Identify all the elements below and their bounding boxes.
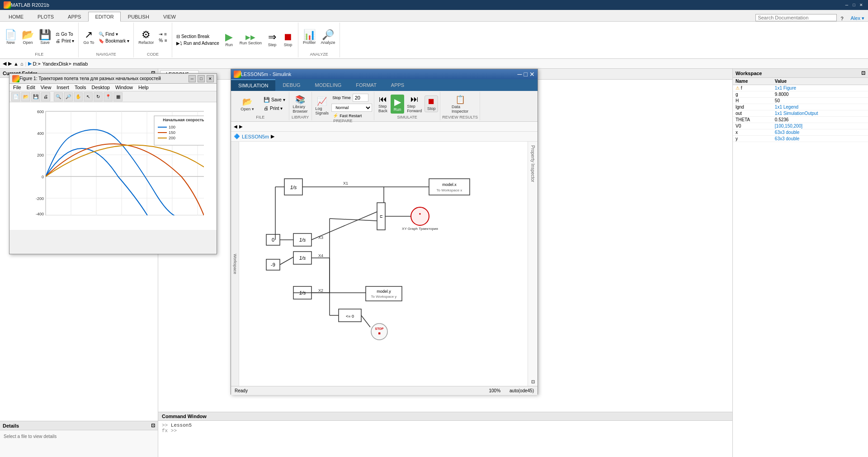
goto-button[interactable]: ↗ Go To — [81, 29, 96, 46]
fig-tool-save[interactable]: 💾 — [31, 92, 40, 101]
sim-data-inspector-button[interactable]: 📋 DataInspector — [450, 94, 470, 114]
fast-restart-button[interactable]: ⚡ Fast Restart — [331, 113, 363, 119]
details-expand[interactable]: ⊡ — [151, 423, 155, 428]
nav-up-icon[interactable]: ▲ — [14, 61, 19, 67]
run-advance-button[interactable]: ▶⤵ Run and Advance — [175, 40, 221, 46]
compare-button[interactable]: ⚖ Go To — [54, 31, 75, 37]
new-icon: 📄 — [5, 30, 17, 40]
ribbon-group-run: ⊟ Section Break ▶⤵ Run and Advance ▶ Run… — [172, 23, 298, 57]
close-button[interactable]: ✕ — [858, 2, 864, 8]
stop-time-input[interactable] — [353, 94, 368, 102]
minimize-button[interactable]: ─ — [844, 2, 850, 8]
fig-tool-open[interactable]: 📂 — [21, 92, 30, 101]
sim-tab-format[interactable]: FORMAT — [349, 79, 384, 91]
prop-inspector-expand[interactable]: ⊡ — [531, 379, 535, 384]
workspace-val-f[interactable]: 1x1 Figure — [772, 85, 868, 91]
nav-path-matlab[interactable]: matlab — [73, 61, 88, 67]
refactor-button[interactable]: ⚙ Refactor — [137, 29, 156, 46]
nav-home-icon[interactable]: ⌂ — [20, 61, 24, 67]
mode-dropdown[interactable]: Normal — [331, 104, 372, 112]
fig-tool-rotate[interactable]: ↻ — [94, 92, 103, 101]
bookmark-button[interactable]: 🔖 Bookmark ▾ — [97, 38, 131, 44]
sim-nav-back[interactable]: ◀ — [234, 124, 237, 129]
user-menu[interactable]: Alex ▾ — [847, 15, 868, 21]
sim-save-button[interactable]: 💾 Save ▾ — [262, 96, 287, 104]
save-button[interactable]: 💾 Save — [37, 29, 53, 46]
nav-path-root[interactable]: ▶ — [28, 61, 32, 67]
fig-tool-select[interactable]: ↖ — [84, 92, 93, 101]
sim-stop-sim-button[interactable]: ⏹ Stop — [425, 95, 438, 112]
figure-close-btn[interactable]: ✕ — [207, 75, 214, 82]
sim-print-button[interactable]: 🖨 Print ▾ — [262, 105, 287, 112]
workspace-val-y[interactable]: 63x3 double — [772, 136, 868, 142]
analyze-button[interactable]: 🔎 Analyze — [319, 29, 337, 46]
workspace-val-lgnd[interactable]: 1x1 Legend — [772, 104, 868, 110]
figure-menu-insert[interactable]: Insert — [57, 85, 69, 90]
sim-log-signals-button[interactable]: 📈 LogSignals — [314, 95, 331, 116]
sim-library-browser-button[interactable]: 📚 LibraryBrowser — [291, 94, 310, 114]
figure-menu-help[interactable]: Help — [138, 85, 149, 90]
tab-home[interactable]: HOME — [2, 12, 30, 21]
sim-minimize-btn[interactable]: ─ — [518, 71, 522, 78]
tab-apps[interactable]: APPS — [61, 12, 88, 21]
sim-tab-simulation[interactable]: SIMULATION — [231, 79, 275, 91]
sim-breadcrumb-model[interactable]: LESSON5m — [242, 134, 269, 139]
block-workspace-y[interactable] — [366, 286, 402, 301]
help-button[interactable]: ? — [837, 16, 847, 21]
workspace-val-out[interactable]: 1x1 SimulationOutput — [772, 110, 868, 117]
run-section-button[interactable]: ▶▶ Run Section — [238, 33, 264, 46]
sim-tab-modeling[interactable]: MODELING — [308, 79, 349, 91]
section-break-button[interactable]: ⊟ Section Break — [175, 33, 221, 39]
sim-step-back-button[interactable]: ⏮ StepBack — [376, 94, 390, 114]
fig-tool-print[interactable]: 🖨 — [41, 92, 50, 101]
block-workspace-x[interactable] — [429, 179, 470, 195]
sim-step-forward-button[interactable]: ⏭ StepForward — [405, 94, 424, 114]
tab-editor[interactable]: EDITOR — [88, 12, 120, 22]
figure-minimize-btn[interactable]: ─ — [189, 75, 196, 82]
fig-tool-zoom-out[interactable]: 🔎 — [64, 92, 73, 101]
fig-tool-cursor[interactable]: 📍 — [104, 92, 113, 101]
sim-close-btn[interactable]: ✕ — [529, 71, 535, 78]
open-button[interactable]: 📂 Open — [20, 29, 36, 46]
step-button[interactable]: ⇒ Step — [265, 31, 279, 48]
search-input[interactable] — [755, 14, 837, 21]
fig-tool-zoom-in[interactable]: 🔍 — [54, 92, 63, 101]
tab-view[interactable]: VIEW — [156, 12, 183, 21]
fig-tool-colorbar[interactable]: ▦ — [113, 92, 123, 101]
nav-path-d[interactable]: D: — [33, 61, 38, 67]
figure-maximize-btn[interactable]: □ — [198, 75, 205, 82]
workspace-val-v0[interactable]: [100,150,200] — [772, 123, 868, 129]
nav-path-yandex[interactable]: YandexDisk — [42, 61, 68, 67]
maximize-button[interactable]: □ — [851, 2, 857, 8]
block-xygraph[interactable] — [411, 207, 429, 225]
sim-nav-forward[interactable]: ▶ — [239, 124, 243, 129]
tab-plots[interactable]: PLOTS — [31, 12, 61, 21]
nav-forward-icon[interactable]: ▶ — [8, 61, 12, 67]
figure-menu-window[interactable]: Window — [115, 85, 133, 90]
workspace-val-x[interactable]: 63x3 double — [772, 129, 868, 136]
fig-tool-new[interactable]: 📄 — [11, 92, 20, 101]
figure-menu-view[interactable]: View — [41, 85, 52, 90]
comment-button[interactable]: %≡ — [159, 38, 167, 43]
print-button[interactable]: 🖨 Print ▾ — [54, 38, 75, 44]
model-browser-panel[interactable]: Workspace — [231, 142, 239, 386]
nav-back-icon[interactable]: ◀ — [3, 61, 6, 67]
run-button[interactable]: ▶ Run — [222, 31, 236, 48]
figure-menu-desktop[interactable]: Desktop — [92, 85, 110, 90]
fig-tool-pan[interactable]: ✋ — [74, 92, 83, 101]
figure-menu-tools[interactable]: Tools — [75, 85, 86, 90]
sim-tab-debug[interactable]: DEBUG — [275, 79, 307, 91]
new-button[interactable]: 📄 New — [3, 29, 19, 46]
sim-open-button[interactable]: 📂 Open ▾ — [234, 96, 261, 112]
sim-tab-apps[interactable]: APPS — [384, 79, 411, 91]
find-button[interactable]: 🔍 Find ▾ — [97, 31, 131, 37]
stop-button[interactable]: ⏹ Stop — [281, 31, 295, 48]
tab-publish[interactable]: PUBLISH — [121, 12, 156, 21]
indent-button[interactable]: ⇥≡ — [159, 32, 167, 37]
figure-menu-edit[interactable]: Edit — [27, 85, 35, 90]
sim-maximize-btn[interactable]: □ — [524, 71, 528, 78]
sim-run-button[interactable]: ▶ Run — [391, 95, 404, 114]
profiler-button[interactable]: 📊 Profiler — [301, 29, 318, 46]
workspace-expand[interactable]: ⊡ — [861, 70, 865, 76]
figure-menu-file[interactable]: File — [13, 85, 21, 90]
